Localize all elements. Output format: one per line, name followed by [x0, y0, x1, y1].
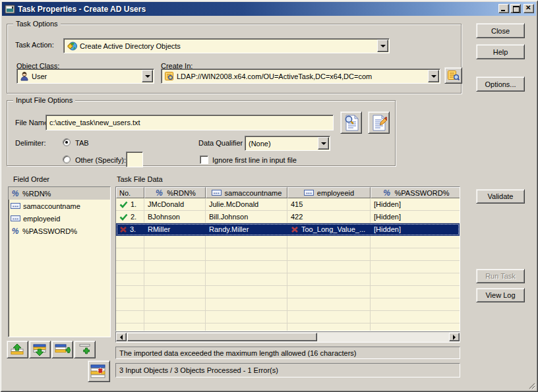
titlebar[interactable]: Task Properties - Create AD Users: [2, 2, 536, 16]
task-file-data-table[interactable]: No. %RDN% samaccountname employeeid %PAS…: [115, 186, 460, 331]
move-field-down-icon: [32, 343, 48, 356]
create-in-value: LDAP://WIN2008.x64.com/OU=ActiveTask,DC=…: [176, 72, 427, 80]
task-properties-dialog: Task Properties - Create AD Users Task O…: [0, 0, 538, 392]
field-order-item[interactable]: %RDN%: [9, 187, 110, 200]
column-header-rdn[interactable]: %RDN%: [144, 187, 206, 198]
column-header-label: samaccountname: [225, 189, 282, 197]
create-in-combobox[interactable]: LDAP://WIN2008.x64.com/OU=ActiveTask,DC=…: [161, 69, 440, 84]
delimiter-label: Delimiter:: [15, 139, 45, 147]
field-order-listbox[interactable]: %RDN% samaccountname employeeid %PASSWOR…: [8, 186, 111, 337]
cell-no: 3.: [130, 225, 136, 233]
view-file-button[interactable]: [340, 111, 362, 134]
cell-no: 2.: [131, 213, 136, 221]
move-field-up-button[interactable]: [7, 341, 28, 358]
empty-row: [116, 286, 460, 298]
user-icon: [20, 71, 29, 81]
view-log-button[interactable]: View Log: [476, 288, 525, 302]
task-action-label: Task Action:: [15, 41, 54, 49]
ldap-note-icon: [164, 71, 174, 81]
cell-rdn: RMiller: [144, 223, 206, 236]
delimiter-other-radio[interactable]: [63, 155, 71, 163]
cell-samaccountname: Julie.McDonald: [206, 198, 287, 211]
data-qualifier-combobox[interactable]: (None): [245, 136, 330, 151]
empty-row: [116, 248, 460, 261]
create-in-dropdown-arrow[interactable]: [428, 70, 439, 82]
edit-file-button[interactable]: [368, 111, 390, 134]
task-action-dropdown-arrow[interactable]: [377, 40, 388, 52]
clear-error-rows-button[interactable]: [88, 360, 110, 382]
field-order-item-label: employeeid: [23, 215, 60, 223]
resize-grip[interactable]: [527, 381, 535, 389]
add-field-button[interactable]: [74, 341, 96, 358]
field-order-item[interactable]: %PASSWORD%: [9, 225, 110, 237]
file-name-input[interactable]: [45, 115, 334, 130]
cell-employeeid: Too_Long_Value_...: [301, 225, 365, 233]
table-row[interactable]: 2. BJohnson Bill.Johnson 422 [Hidden]: [116, 211, 460, 223]
input-file-options-legend: Input File Options: [13, 96, 75, 104]
task-action-combobox[interactable]: Create Active Directory Objects: [63, 38, 390, 53]
close-window-button[interactable]: [523, 4, 534, 13]
delimiter-tab-radio[interactable]: [63, 138, 71, 146]
scrollbar-thumb[interactable]: [127, 333, 317, 341]
scroll-right-arrow[interactable]: [449, 333, 460, 341]
data-qualifier-dropdown-arrow[interactable]: [318, 137, 329, 150]
cell-password: [Hidden]: [371, 198, 460, 211]
table-row-selected[interactable]: 3. RMiller Randy.Miller Too_Long_Value_.…: [116, 223, 460, 236]
help-button[interactable]: Help: [476, 44, 525, 59]
cell-rdn: JMcDonald: [144, 198, 206, 211]
error-x-icon: [119, 226, 127, 233]
empty-row: [116, 298, 460, 311]
scroll-left-arrow[interactable]: [116, 333, 127, 341]
cell-employeeid: 415: [287, 198, 371, 211]
move-field-up-icon: [10, 343, 26, 356]
delimiter-other-label: Other (Specify):: [75, 156, 126, 164]
task-action-value: Create Active Directory Objects: [79, 42, 376, 50]
cell-no: 1.: [131, 200, 136, 208]
insert-field-button[interactable]: [51, 341, 73, 358]
data-qualifier-label: Data Qualifier: [198, 139, 243, 147]
field-order-item[interactable]: samaccountname: [9, 200, 110, 212]
ignore-first-line-checkbox[interactable]: [200, 155, 208, 164]
globe-plus-icon: [67, 41, 77, 51]
status-detail-field: The imported data exceeded the maximum l…: [115, 347, 460, 359]
status-summary-text: 3 Input Objects / 3 Objects Processed - …: [119, 366, 278, 374]
column-header-password[interactable]: %PASSWORD%: [371, 187, 460, 198]
field-order-item[interactable]: employeeid: [9, 212, 110, 225]
ldap-search-icon: [447, 70, 460, 82]
column-header-samaccountname[interactable]: samaccountname: [206, 187, 287, 198]
percent-icon: [11, 227, 20, 236]
status-detail-text: The imported data exceeded the maximum l…: [119, 349, 357, 357]
object-class-value: User: [31, 72, 141, 80]
column-header-no[interactable]: No.: [116, 187, 144, 198]
table-row[interactable]: 1. JMcDonald Julie.McDonald 415 [Hidden]: [116, 198, 460, 211]
percent-icon: [154, 188, 164, 198]
textbox-icon: [11, 203, 20, 209]
help-button-label: Help: [493, 48, 508, 56]
table-header-row: No. %RDN% samaccountname employeeid %PAS…: [116, 187, 460, 198]
delimiter-tab-label: TAB: [75, 139, 89, 147]
options-button[interactable]: Options...: [476, 76, 525, 92]
column-header-label: %RDN%: [167, 189, 195, 197]
clear-error-rows-icon: [90, 364, 108, 379]
object-class-combobox[interactable]: User: [16, 69, 154, 84]
status-summary-field: 3 Input Objects / 3 Objects Processed - …: [115, 363, 460, 378]
minimize-button[interactable]: [498, 4, 509, 13]
field-order-item-label: samaccountname: [23, 202, 80, 210]
validate-button-label: Validate: [488, 192, 514, 200]
data-qualifier-value: (None): [245, 140, 317, 148]
delimiter-other-input[interactable]: [126, 152, 143, 167]
object-class-dropdown-arrow[interactable]: [142, 70, 153, 82]
maximize-button[interactable]: [510, 4, 521, 13]
empty-row: [116, 236, 460, 248]
empty-row: [116, 261, 460, 273]
validate-button[interactable]: Validate: [476, 189, 525, 204]
percent-icon: [382, 188, 392, 198]
move-field-down-button[interactable]: [29, 341, 51, 358]
browse-container-button[interactable]: [444, 67, 462, 84]
close-button[interactable]: Close: [476, 23, 525, 38]
horizontal-scrollbar[interactable]: [115, 331, 460, 343]
valid-check-icon: [119, 213, 128, 221]
add-field-icon: [77, 343, 93, 356]
document-pencil-icon: [371, 114, 387, 132]
column-header-employeeid[interactable]: employeeid: [287, 187, 371, 198]
